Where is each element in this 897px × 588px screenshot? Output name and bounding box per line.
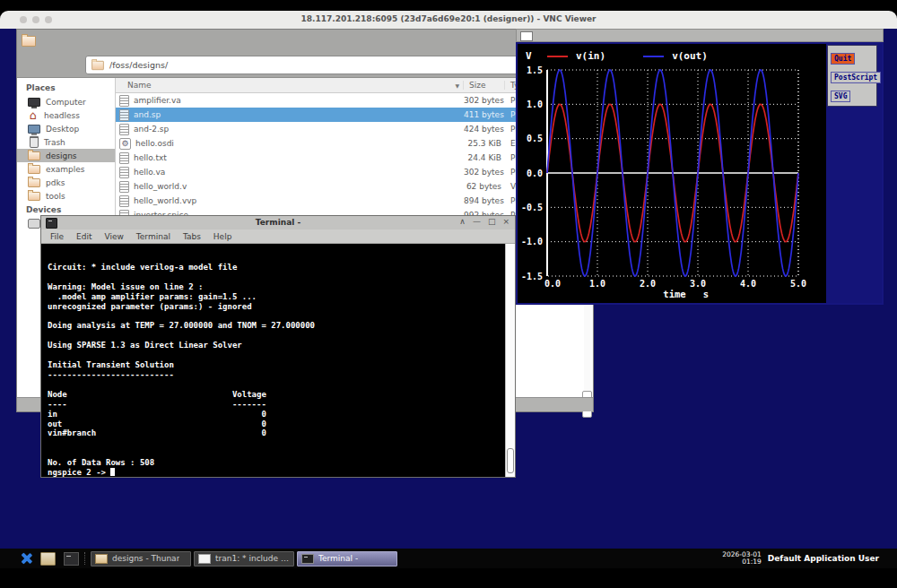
sidebar-item-label: pdks bbox=[46, 178, 65, 187]
taskbar-button-designs[interactable]: designs - Thunar bbox=[91, 551, 191, 566]
file-manager-launcher-icon[interactable] bbox=[40, 552, 56, 566]
taskbar: designs - Thunartran1: * include verilog… bbox=[0, 549, 897, 568]
minimize-button[interactable]: — bbox=[473, 217, 481, 226]
sidebar-item-label: designs bbox=[46, 151, 77, 160]
terminal-scrollbar-thumb[interactable] bbox=[507, 448, 514, 473]
sidebar-item-label: headless bbox=[44, 111, 80, 120]
plot-titlebar[interactable] bbox=[516, 29, 884, 42]
path-bar: /foss/designs/ bbox=[17, 55, 593, 78]
menu-help[interactable]: Help bbox=[213, 232, 232, 241]
file-name: hello_world.v bbox=[134, 182, 187, 191]
folder-icon bbox=[28, 151, 40, 160]
sidebar-item-trash[interactable]: Trash bbox=[17, 135, 115, 149]
sidebar-item-designs[interactable]: designs bbox=[17, 149, 115, 162]
taskbar-button-terminal[interactable]: Terminal - bbox=[297, 551, 397, 566]
menu-file[interactable]: File bbox=[50, 232, 64, 241]
sidebar-item-tools[interactable]: tools bbox=[17, 189, 115, 203]
drive-icon bbox=[28, 219, 40, 229]
sidebar-item-label: examples bbox=[46, 165, 84, 174]
sidebar-item-pdks[interactable]: pdks bbox=[17, 176, 115, 189]
taskbar-button-tran1[interactable]: tran1: * include verilog-... bbox=[194, 551, 294, 566]
text-file-icon bbox=[119, 195, 129, 207]
current-user-label: Default Application User bbox=[768, 554, 879, 563]
file-manager-toolbar bbox=[17, 30, 593, 55]
maximize-button[interactable]: □ bbox=[488, 217, 496, 226]
computer-icon bbox=[28, 98, 40, 107]
svg-text:1.5: 1.5 bbox=[527, 65, 543, 75]
taskbar-button-label: Terminal - bbox=[318, 554, 358, 563]
text-file-icon bbox=[119, 167, 129, 178]
column-header-name[interactable]: Name ▼ bbox=[116, 81, 464, 90]
sidebar-item-desktop[interactable]: Desktop bbox=[17, 122, 115, 135]
sort-arrow-icon: ▼ bbox=[455, 82, 459, 89]
ngspice-plot-window: 1.51.00.50.0-0.5-1.0-1.50.01.02.03.04.05… bbox=[516, 29, 884, 305]
file-name-cell: hello_world.vvp bbox=[116, 195, 464, 207]
file-name-cell: ⚙hello.osdi bbox=[116, 138, 464, 150]
trash-icon bbox=[30, 136, 39, 148]
plot-legend: v(in)v(out) bbox=[547, 50, 708, 62]
sidebar-item-label: tools bbox=[46, 192, 65, 201]
column-header-size[interactable]: Size bbox=[464, 81, 505, 90]
svg-text:0.0: 0.0 bbox=[527, 169, 543, 178]
desktop-icon bbox=[28, 125, 40, 134]
file-name-cell: and-2.sp bbox=[116, 124, 464, 135]
svg-text:time: time bbox=[663, 289, 685, 299]
svg-text:-0.5: -0.5 bbox=[521, 203, 543, 212]
sidebar-item-computer[interactable]: Computer bbox=[17, 95, 115, 108]
menu-terminal[interactable]: Terminal bbox=[136, 232, 170, 241]
file-size: 25.3 KiB bbox=[464, 139, 505, 148]
window-controls: ∧—□× bbox=[459, 217, 509, 226]
legend-label: v(in) bbox=[576, 50, 605, 62]
terminal-titlebar[interactable]: Terminal - ∧—□× bbox=[41, 216, 515, 229]
file-size: 424 bytes bbox=[464, 125, 505, 134]
terminal-launcher-icon[interactable] bbox=[64, 552, 79, 566]
svg-text:s: s bbox=[703, 289, 709, 299]
sidebar-item-examples[interactable]: examples bbox=[17, 162, 115, 176]
screen: 18.117.201.218:6095 (23d7a6d69e20:1 (des… bbox=[0, 0, 897, 588]
svg-text:-1.5: -1.5 bbox=[521, 272, 543, 281]
menu-view[interactable]: View bbox=[105, 232, 124, 241]
text-file-icon bbox=[119, 152, 129, 164]
sidebar-item-label: Desktop bbox=[46, 125, 79, 134]
plot-button-quit[interactable]: Quit bbox=[831, 53, 855, 65]
legend-label: v(out) bbox=[672, 50, 708, 62]
menu-edit[interactable]: Edit bbox=[76, 232, 91, 241]
folder-icon bbox=[28, 165, 40, 174]
file-size: 894 bytes bbox=[464, 196, 505, 205]
file-name: and.sp bbox=[134, 110, 161, 119]
svg-text:1.0: 1.0 bbox=[589, 279, 605, 289]
sidebar-item-headless[interactable]: ⌂headless bbox=[17, 108, 115, 122]
menu-tabs[interactable]: Tabs bbox=[183, 232, 201, 241]
places-heading: Places bbox=[17, 81, 115, 95]
current-path: /foss/designs/ bbox=[109, 60, 168, 70]
terminal-content[interactable]: Circuit: * include verilog-a model file … bbox=[41, 244, 515, 477]
file-size: 62 bytes bbox=[464, 182, 505, 191]
svg-text:0.0: 0.0 bbox=[544, 279, 561, 289]
plot-button-postscript[interactable]: PostScript bbox=[831, 72, 881, 83]
svg-text:5.0: 5.0 bbox=[790, 279, 806, 289]
vnc-titlebar: 18.117.201.218:6095 (23d7a6d69e20:1 (des… bbox=[0, 11, 897, 30]
window-icon bbox=[198, 554, 211, 564]
svg-text:-1.0: -1.0 bbox=[521, 237, 543, 246]
clock: 2026-03-01 01:19 bbox=[722, 551, 762, 566]
folder-icon bbox=[28, 192, 40, 201]
path-field[interactable]: /foss/designs/ bbox=[85, 56, 584, 74]
applications-menu-icon[interactable] bbox=[20, 552, 32, 565]
plot-button-panel: QuitPostScriptSVG bbox=[827, 45, 877, 107]
terminal-menubar: FileEditViewTerminalTabsHelp bbox=[41, 229, 515, 244]
file-name: hello.txt bbox=[134, 153, 167, 162]
legend-v(in): v(in) bbox=[547, 50, 605, 62]
plot-button-svg[interactable]: SVG bbox=[831, 91, 850, 102]
taskbar-button-label: tran1: * include verilog-... bbox=[215, 554, 290, 563]
file-size: 302 bytes bbox=[464, 96, 505, 105]
home-icon: ⌂ bbox=[28, 110, 39, 120]
terminal-icon bbox=[301, 554, 314, 564]
file-name-cell: hello_world.v bbox=[116, 181, 464, 193]
close-button[interactable]: × bbox=[502, 217, 509, 226]
terminal-cursor bbox=[110, 468, 115, 476]
vnc-window-title: 18.117.201.218:6095 (23d7a6d69e20:1 (des… bbox=[0, 14, 897, 23]
svg-text:2.0: 2.0 bbox=[640, 279, 656, 289]
terminal-scrollbar[interactable] bbox=[505, 244, 515, 477]
shade-button[interactable]: ∧ bbox=[459, 217, 466, 226]
file-name: and-2.sp bbox=[134, 125, 169, 134]
